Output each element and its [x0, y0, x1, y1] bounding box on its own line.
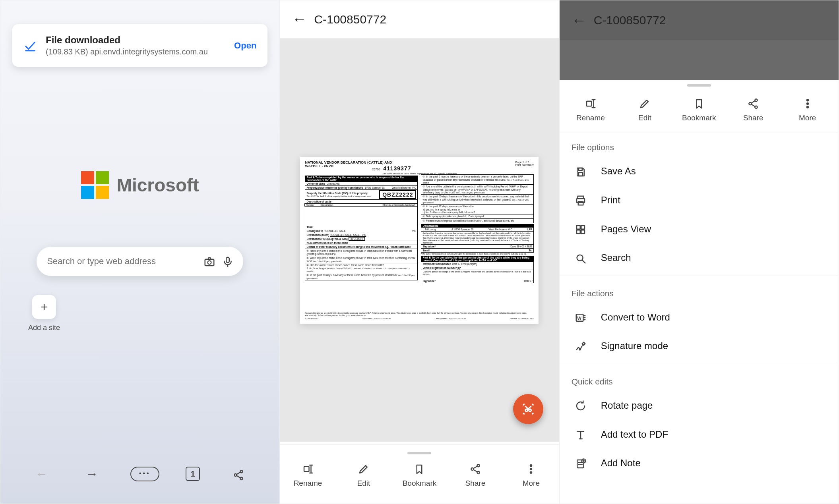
bookmark-icon: [413, 462, 425, 475]
doc-serial: 41139377: [383, 165, 411, 172]
qE: Date spray applied/drench given/etc. Dat…: [422, 215, 484, 218]
crop-fab[interactable]: [513, 394, 543, 424]
share-button[interactable]: Share: [455, 462, 495, 488]
convert-word-row[interactable]: W Convert to Word: [560, 303, 839, 332]
add-note-row[interactable]: Add Note: [560, 449, 839, 478]
share-button[interactable]: Share: [733, 96, 773, 122]
download-open-button[interactable]: Open: [234, 41, 256, 51]
bookmark-label: Bookmark: [403, 479, 437, 488]
add-note-label: Add Note: [601, 458, 641, 469]
rotate-page-row[interactable]: Rotate page: [560, 391, 839, 420]
nav-share-icon[interactable]: [227, 467, 250, 481]
printer-icon: [574, 194, 587, 207]
search-bar[interactable]: [37, 247, 243, 276]
svg-text:W: W: [577, 316, 581, 321]
pic-sub: This MUST be the PIC of the property tha…: [306, 195, 371, 197]
footer-submitted: Submitted: 2023-03-29 10:36: [362, 317, 391, 320]
back-arrow-icon[interactable]: ←: [292, 11, 307, 28]
svg-rect-42: [581, 226, 585, 229]
q5a: if No, how long ago were they obtained:: [306, 267, 352, 270]
scissors-crop-icon: [521, 402, 535, 416]
nav-forward-icon[interactable]: →: [80, 467, 104, 481]
qA: In the past 6 months have any of these a…: [422, 175, 529, 184]
consigned-label: Consigned to: [306, 230, 323, 232]
dest-pic-value: 3VUE0006: [349, 237, 365, 241]
pic-label: Property Identification Code (PIC) of th…: [306, 192, 367, 195]
edit-button[interactable]: Edit: [625, 96, 665, 122]
add-text-label: Add text to PDF: [601, 429, 668, 440]
rename-label: Rename: [294, 479, 322, 488]
edit-button[interactable]: Edit: [344, 462, 384, 488]
add-text-row[interactable]: Add text to PDF: [560, 420, 839, 449]
download-toast[interactable]: File downloaded (109.83 KB) api.envd.int…: [12, 24, 267, 67]
more-button[interactable]: More: [788, 96, 827, 122]
pdf-top-bar: ← C-100850772: [280, 0, 559, 39]
section-file-actions: File actions: [560, 279, 839, 303]
svg-rect-24: [587, 101, 592, 106]
tel-label: Tel: [529, 249, 533, 252]
nav-menu-icon[interactable]: •••: [130, 467, 159, 481]
doc-form-code: C0720: [372, 168, 380, 171]
search-icon: [574, 251, 587, 265]
part-a-bar: Part A To be completed by the owner or p…: [305, 176, 418, 182]
signature-mode-row[interactable]: Signature mode: [560, 332, 839, 361]
svg-rect-44: [581, 230, 585, 234]
rename-button[interactable]: Rename: [288, 462, 328, 488]
svg-rect-37: [579, 172, 583, 176]
rename-button[interactable]: Rename: [571, 96, 610, 122]
svg-line-31: [751, 101, 755, 103]
svg-rect-12: [304, 467, 309, 472]
rename-icon: [585, 96, 597, 110]
pb-veh: Vehicle registration number(s)*: [422, 266, 461, 269]
back-arrow-icon[interactable]: ←: [572, 12, 587, 29]
signature-mode-label: Signature mode: [601, 340, 668, 351]
action-sheet: Rename Edit Bookmark Share More File opt…: [560, 80, 839, 504]
q4: Were any of the cattle in this consignme…: [306, 257, 415, 263]
save-as-row[interactable]: Save As: [560, 157, 839, 186]
dest-pic-label: Destination PIC (REQ: WA & TAS): [306, 238, 347, 240]
svg-line-20: [473, 470, 477, 472]
dimmed-background[interactable]: ← C-100850772: [560, 0, 839, 80]
add-site-tile[interactable]: + Add a site: [28, 295, 60, 332]
pb-time: Time (am/pm): [461, 263, 477, 265]
text-icon: [574, 428, 587, 441]
save-icon: [574, 165, 587, 178]
add-site-label: Add a site: [28, 324, 60, 332]
pdf-viewport[interactable]: NATIONAL VENDOR DECLARATION (CATTLE) AND…: [280, 39, 559, 442]
bookmark-button[interactable]: Bookmark: [679, 96, 719, 122]
sig-label: Signature*: [422, 245, 436, 248]
check-icon: [23, 39, 37, 52]
sig-note: *The owner named above or person who sig…: [421, 253, 534, 255]
signature-icon: [574, 340, 587, 353]
nav-back-icon[interactable]: ←: [29, 467, 53, 481]
pages-view-row[interactable]: Pages View: [560, 214, 839, 243]
email-label: Email: [422, 249, 429, 252]
search-row[interactable]: Search: [560, 243, 839, 272]
qC: In the past 60 days, have any of the cat…: [422, 195, 529, 204]
pencil-icon: [639, 96, 651, 110]
convert-word-label: Convert to Word: [601, 312, 670, 323]
bookmark-button[interactable]: Bookmark: [399, 462, 439, 488]
nav-tab-count[interactable]: 1: [186, 467, 200, 481]
attach-note: Answers that are too long to fit within …: [305, 312, 534, 317]
more-button[interactable]: More: [511, 462, 551, 488]
pages-view-label: Pages View: [601, 224, 651, 235]
svg-line-46: [582, 260, 585, 263]
edit-label: Edit: [357, 479, 370, 488]
svg-point-2: [208, 261, 211, 265]
print-row[interactable]: Print: [560, 186, 839, 215]
drag-handle[interactable]: [407, 452, 431, 454]
word-icon: W: [574, 311, 587, 324]
pb-date: Date / /: [452, 263, 460, 265]
dest-value: RODWELLS SALE, SALE , VIC: [330, 234, 366, 236]
qDa: a) grazing in a spray risk area, or: [422, 208, 460, 211]
footer-printed: Printed: 2023-03-30 11:0: [510, 317, 534, 320]
decl-name: Tri Luong: [425, 228, 436, 231]
sig-date-label: Date: [510, 245, 516, 248]
pdf-page[interactable]: NATIONAL VENDOR DECLARATION (CATTLE) AND…: [300, 157, 539, 324]
search-input[interactable]: [46, 256, 197, 267]
microphone-icon[interactable]: [222, 255, 234, 268]
owner-label: Owner of cattle: [306, 182, 325, 185]
camera-icon[interactable]: [203, 255, 215, 268]
pdf-title: C-100850772: [594, 14, 666, 27]
